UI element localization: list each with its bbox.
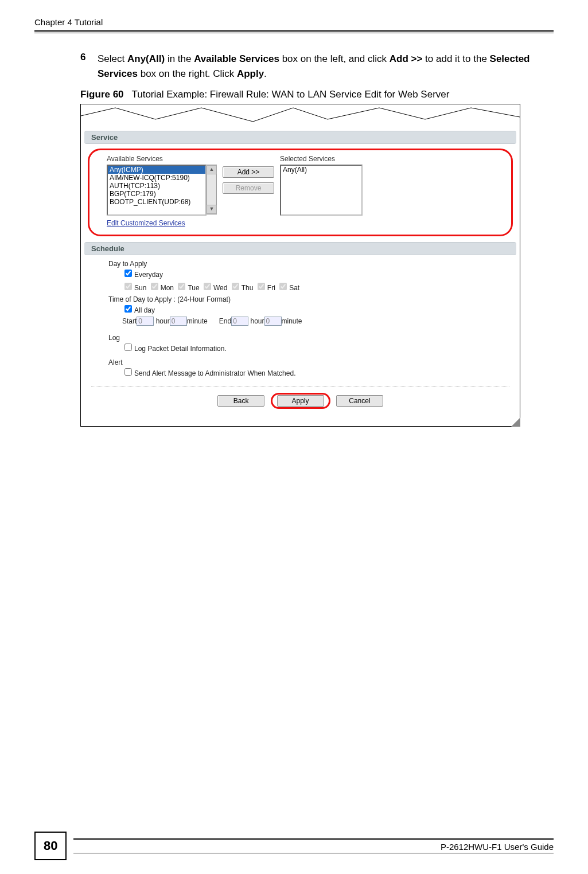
page-number: 80 (34, 832, 67, 860)
tue-checkbox[interactable] (178, 283, 185, 290)
list-item[interactable]: BGP(TCP:179) (108, 190, 205, 198)
day-to-apply-label: Day to Apply (108, 260, 507, 268)
log-label: Log (108, 334, 507, 342)
log-option-label: Log Packet Detail Information. (134, 345, 227, 353)
screenshot-panel: Service Available Services Any(ICMP) AIM… (80, 104, 520, 427)
alert-option-label: Send Alert Message to Administrator When… (134, 369, 295, 377)
edit-customized-services-link[interactable]: Edit Customized Services (107, 219, 185, 227)
sat-checkbox[interactable] (279, 283, 287, 290)
alert-label: Alert (108, 358, 507, 366)
service-group-highlight: Available Services Any(ICMP) AIM/NEW-ICQ… (88, 149, 513, 236)
list-item[interactable]: AIM/NEW-ICQ(TCP:5190) (108, 174, 205, 182)
torn-edge (81, 104, 520, 126)
end-hour-input[interactable] (231, 317, 248, 326)
wed-checkbox[interactable] (204, 283, 211, 290)
scroll-down-icon[interactable]: ▼ (207, 205, 217, 214)
start-min-input[interactable] (170, 317, 187, 326)
guide-title: P-2612HWU-F1 User's Guide (73, 838, 554, 853)
remove-button[interactable]: Remove (223, 182, 274, 194)
sun-checkbox[interactable] (124, 283, 132, 290)
everyday-label: Everyday (134, 271, 163, 279)
end-min-input[interactable] (264, 317, 282, 326)
step-6: 6 Select Any(All) in the Available Servi… (80, 52, 542, 81)
thu-checkbox[interactable] (232, 283, 239, 290)
cancel-button[interactable]: Cancel (336, 395, 383, 407)
section-schedule-header: Schedule (84, 242, 516, 255)
log-checkbox[interactable] (124, 344, 132, 351)
page-footer: 80 P-2612HWU-F1 User's Guide (34, 832, 554, 860)
everyday-checkbox[interactable] (124, 270, 132, 277)
apply-button[interactable]: Apply (277, 395, 324, 407)
fri-checkbox[interactable] (258, 283, 265, 290)
start-hour-input[interactable] (137, 317, 154, 326)
all-day-checkbox[interactable] (124, 305, 132, 313)
list-item[interactable]: AUTH(TCP:113) (108, 182, 205, 190)
back-button[interactable]: Back (217, 395, 264, 407)
available-services-list[interactable]: Any(ICMP) AIM/NEW-ICQ(TCP:5190) AUTH(TCP… (107, 165, 207, 216)
apply-highlight: Apply (271, 393, 330, 409)
time-of-day-label: Time of Day to Apply : (24-Hour Format) (108, 295, 507, 303)
list-item[interactable]: Any(All) (281, 166, 361, 174)
running-header: Chapter 4 Tutorial (34, 17, 554, 30)
mon-checkbox[interactable] (151, 283, 158, 290)
schedule-group: Day to Apply Everyday Sun Mon Tue Wed Th… (108, 260, 507, 377)
scroll-up-icon[interactable]: ▲ (207, 165, 217, 174)
button-row: Back Apply Cancel (81, 393, 520, 409)
header-rule-thin (34, 33, 554, 33)
selected-services-list[interactable]: Any(All) (280, 165, 363, 216)
list-item[interactable]: BOOTP_CLIENT(UDP:68) (108, 198, 205, 206)
alert-checkbox[interactable] (124, 368, 132, 376)
all-day-label: All day (134, 306, 155, 314)
header-rule-thick (34, 30, 554, 32)
list-item[interactable]: Any(ICMP) (108, 166, 205, 174)
step-text: Select Any(All) in the Available Service… (98, 52, 542, 81)
selected-services-label: Selected Services (280, 155, 363, 163)
step-number: 6 (80, 52, 92, 81)
separator (91, 387, 509, 387)
figure-label: Figure 60 Tutorial Example: Firewall Rul… (80, 89, 542, 100)
section-service-header: Service (84, 131, 516, 144)
resize-grip-icon (511, 418, 520, 427)
available-services-label: Available Services (107, 155, 217, 163)
scrollbar[interactable]: ▲ ▼ (207, 165, 217, 214)
add-button[interactable]: Add >> (223, 166, 274, 178)
